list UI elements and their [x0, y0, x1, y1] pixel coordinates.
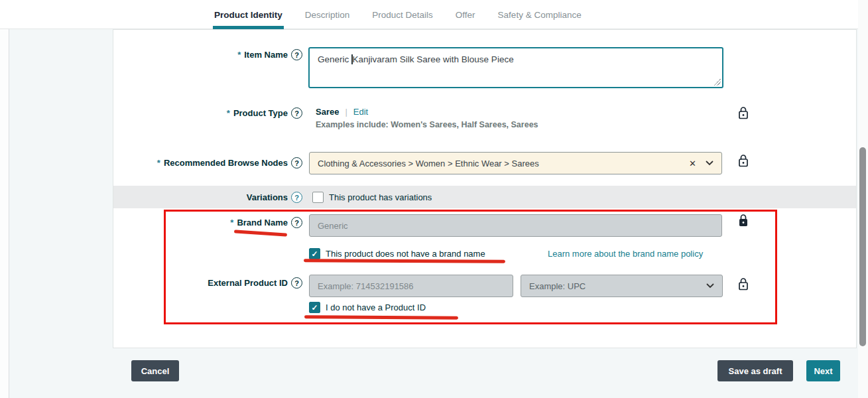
tab-description[interactable]: Description	[304, 0, 351, 29]
variations-checkbox-label: This product has variations	[329, 192, 432, 202]
save-as-draft-button[interactable]: Save as draft	[717, 360, 793, 381]
item-name-value-before: Generic	[318, 54, 351, 64]
help-icon[interactable]: ?	[291, 107, 302, 119]
variations-label: Variations ?	[126, 192, 302, 203]
help-icon[interactable]: ?	[291, 49, 302, 60]
no-brand-checkbox-label: This product does not have a brand name	[326, 249, 485, 259]
item-name-label: * Item Name ?	[126, 49, 302, 60]
no-product-id-checkbox-label: I do not have a Product ID	[326, 302, 426, 312]
product-type-examples: Examples include: Women's Sarees, Half S…	[316, 120, 538, 129]
tabs: Product Identity Description Product Det…	[213, 0, 583, 29]
chevron-down-icon[interactable]	[706, 161, 713, 166]
next-button[interactable]: Next	[806, 360, 840, 381]
browse-nodes-value: Clothing & Accessories > Women > Ethnic …	[318, 159, 685, 168]
help-icon[interactable]: ?	[291, 277, 302, 289]
required-asterisk: *	[157, 158, 160, 168]
browse-nodes-label: * Recommended Browse Nodes ?	[126, 157, 302, 168]
variations-checkbox[interactable]	[312, 192, 324, 203]
required-asterisk: *	[237, 50, 241, 60]
required-asterisk: *	[227, 108, 230, 118]
browse-nodes-field[interactable]: Clothing & Accessories > Women > Ethnic …	[309, 152, 722, 174]
divider: |	[345, 107, 347, 117]
tab-product-details[interactable]: Product Details	[371, 0, 434, 29]
product-type-value: Saree	[316, 107, 339, 117]
cancel-button[interactable]: Cancel	[131, 360, 179, 381]
tab-safety-compliance[interactable]: Safety & Compliance	[497, 0, 583, 29]
textarea-resize-handle[interactable]	[714, 79, 721, 86]
external-product-id-label: External Product ID ?	[126, 277, 302, 289]
lock-open-icon	[737, 154, 749, 167]
brand-policy-link[interactable]: Learn more about the brand name policy	[548, 249, 703, 259]
external-product-id-input-disabled: Example: 714532191586	[309, 275, 513, 297]
scrollbar-thumb[interactable]	[859, 147, 866, 346]
tab-offer[interactable]: Offer	[454, 0, 477, 29]
item-name-value-after: Kanjivaram Silk Saree with Blouse Piece	[353, 54, 514, 64]
item-name-input[interactable]: Generic Kanjivaram Silk Saree with Blous…	[308, 47, 723, 88]
lock-closed-icon	[737, 214, 749, 227]
help-icon[interactable]: ?	[291, 192, 302, 203]
no-brand-checkbox[interactable]: ✓	[309, 248, 320, 259]
help-icon[interactable]: ?	[291, 157, 302, 168]
no-product-id-checkbox[interactable]: ✓	[309, 302, 320, 313]
required-asterisk: *	[230, 218, 233, 228]
tab-bar: Product Identity Description Product Det…	[0, 0, 868, 29]
product-id-type-select-disabled: Example: UPC	[521, 275, 723, 297]
chevron-down-icon	[706, 283, 714, 289]
scrollbar-track[interactable]	[858, 0, 868, 398]
lock-open-icon	[737, 106, 749, 119]
brand-name-input-disabled: Generic	[309, 214, 722, 237]
clear-x-icon[interactable]: ✕	[685, 159, 706, 168]
left-page-edge	[0, 29, 9, 398]
lock-open-icon	[737, 277, 749, 291]
brand-name-label: * Brand Name ?	[126, 217, 302, 228]
edit-product-type-link[interactable]: Edit	[353, 107, 368, 117]
product-type-label: * Product Type ?	[126, 107, 302, 119]
help-icon[interactable]: ?	[291, 217, 302, 228]
tab-product-identity[interactable]: Product Identity	[213, 0, 284, 29]
